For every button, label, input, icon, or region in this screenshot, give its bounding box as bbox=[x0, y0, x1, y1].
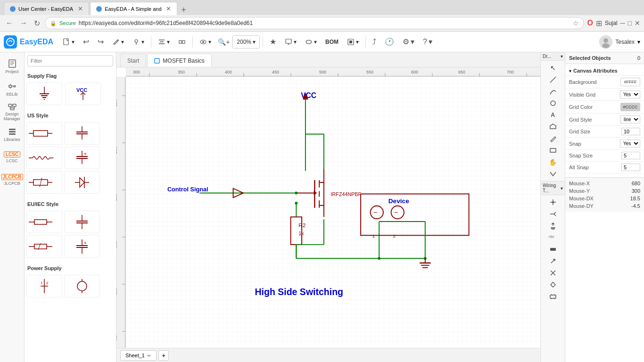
canvas-content[interactable]: VCC bbox=[126, 77, 540, 348]
zoom-level-button[interactable]: 200% ▾ bbox=[232, 35, 260, 49]
share-button[interactable]: ⤴ bbox=[369, 34, 380, 49]
snap-size-input[interactable] bbox=[621, 152, 640, 159]
rt-polygon-btn[interactable] bbox=[548, 122, 558, 132]
new-tab-button[interactable]: + bbox=[178, 5, 189, 15]
rt-curve-btn[interactable] bbox=[548, 86, 558, 97]
grid-color-swatch[interactable]: #CCCC bbox=[620, 103, 640, 111]
place-button[interactable]: ▾ bbox=[129, 34, 148, 49]
zoom-in-button[interactable]: 🔍+ bbox=[216, 34, 231, 49]
rt-delete-btn[interactable] bbox=[548, 268, 558, 278]
eu-resistor2[interactable] bbox=[26, 235, 62, 258]
bom-button[interactable]: BOM bbox=[322, 34, 342, 49]
close-button[interactable]: ✕ bbox=[635, 19, 640, 27]
tab2-close[interactable]: ✕ bbox=[166, 5, 171, 12]
rt-block-btn[interactable] bbox=[548, 291, 558, 302]
minimize-button[interactable]: ─ bbox=[620, 19, 625, 27]
sheet-tab-1[interactable]: Sheet_1 bbox=[120, 350, 157, 361]
user-area[interactable]: Tesalex ▾ bbox=[599, 35, 640, 49]
rt-junction-btn[interactable] bbox=[548, 197, 558, 207]
tab1-close[interactable]: ✕ bbox=[78, 5, 83, 12]
sidebar-item-project[interactable]: Project bbox=[2, 56, 23, 77]
chevron-zoom: ▾ bbox=[253, 39, 256, 45]
tab-start[interactable]: Start bbox=[120, 54, 146, 67]
us-var-resistor[interactable] bbox=[26, 171, 62, 194]
sidebar-item-libraries[interactable]: Libraries bbox=[2, 124, 23, 145]
ground-symbol[interactable] bbox=[26, 82, 62, 105]
grid-size-input[interactable] bbox=[621, 128, 640, 135]
align-button[interactable]: ▾ bbox=[154, 34, 173, 49]
toolbar-more[interactable]: ▾ bbox=[561, 54, 563, 59]
back-button[interactable]: ← bbox=[4, 19, 15, 27]
canvas-attributes-title: Canvas Attributes bbox=[573, 68, 618, 74]
rt-power-btn[interactable] bbox=[548, 221, 558, 231]
distribute-button[interactable] bbox=[174, 34, 190, 49]
eu-resistor[interactable] bbox=[26, 211, 62, 233]
vcc-symbol[interactable]: VCC bbox=[65, 82, 101, 105]
view-button[interactable]: ▾ bbox=[196, 34, 215, 49]
eu-cap2[interactable]: + bbox=[64, 235, 100, 258]
extensions-icon[interactable]: ⊞ bbox=[596, 19, 602, 28]
export-button[interactable]: ▾ bbox=[343, 34, 363, 49]
forward-button[interactable]: → bbox=[18, 19, 29, 27]
svg-rect-36 bbox=[155, 58, 159, 63]
reload-button[interactable]: ↻ bbox=[32, 19, 42, 28]
tab-mosfet[interactable]: MOSFET Basics bbox=[147, 54, 211, 67]
snap-select[interactable]: Yes No bbox=[620, 140, 640, 148]
grid-style-select[interactable]: line dot bbox=[620, 115, 640, 123]
opera-icon: O bbox=[587, 19, 593, 27]
rt-pan-btn[interactable]: ✋ bbox=[548, 157, 558, 167]
filter-input[interactable] bbox=[27, 55, 113, 66]
user-profile[interactable]: Sujal bbox=[605, 20, 618, 26]
sidebar-item-jlcpcb[interactable]: JLCPCB JLCPCB bbox=[2, 169, 23, 190]
rt-probe-btn[interactable] bbox=[548, 280, 558, 290]
file-button[interactable]: ▾ bbox=[59, 34, 78, 49]
jlcpcb-badge: JLCPCB bbox=[1, 174, 23, 180]
component-button[interactable]: ▾ bbox=[301, 34, 321, 49]
draw-button[interactable]: ▾ bbox=[108, 34, 128, 49]
bookmark-icon[interactable]: ☆ bbox=[573, 19, 579, 27]
rt-bus-entry-btn[interactable] bbox=[548, 256, 558, 266]
history-button[interactable]: 🕐 bbox=[381, 34, 398, 49]
star-button[interactable]: ★ bbox=[266, 34, 280, 49]
add-sheet-button[interactable]: + bbox=[158, 350, 169, 361]
alt-snap-input[interactable] bbox=[621, 164, 640, 171]
us-polar-cap[interactable]: + bbox=[64, 147, 100, 169]
maximize-button[interactable]: □ bbox=[628, 19, 632, 27]
us-capacitor[interactable] bbox=[64, 122, 100, 145]
display-button[interactable]: ▾ bbox=[281, 34, 300, 49]
power-item1[interactable]: 1 2 bbox=[26, 275, 62, 297]
rt-pen-btn[interactable] bbox=[548, 133, 558, 144]
us-resistor[interactable] bbox=[26, 122, 62, 145]
rt-select-btn[interactable]: ↖ bbox=[548, 63, 558, 73]
rt-vcc-btn[interactable]: +5V bbox=[548, 232, 558, 243]
help-button[interactable]: ?▾ bbox=[419, 34, 436, 49]
sidebar-item-lcsc[interactable]: LCSC LCSC bbox=[2, 147, 23, 167]
us-zener[interactable] bbox=[64, 171, 100, 194]
eu-capacitor[interactable] bbox=[64, 211, 100, 233]
rt-more-btn[interactable] bbox=[548, 169, 558, 179]
background-color-swatch[interactable]: #FFFF bbox=[620, 78, 640, 86]
rt-rect-btn[interactable] bbox=[548, 145, 558, 156]
canvas-workspace[interactable]: 300 350 400 450 500 550 600 bbox=[116, 67, 540, 348]
address-text: https://easyeda.com/editor#id=96fc21d5ee… bbox=[79, 20, 570, 26]
settings-button[interactable]: ⚙▾ bbox=[399, 34, 418, 49]
rt-bus-btn[interactable] bbox=[548, 244, 558, 255]
browser-tab-1[interactable]: User Center - EasyEDA ✕ bbox=[4, 2, 89, 15]
tab-mosfet-label: MOSFET Basics bbox=[163, 58, 204, 64]
power-item2[interactable] bbox=[64, 275, 100, 297]
us-inductor[interactable] bbox=[26, 147, 62, 169]
rt-netlabel-btn[interactable] bbox=[548, 209, 558, 219]
sep2 bbox=[192, 36, 193, 48]
rt-text-btn[interactable]: A bbox=[548, 110, 558, 120]
rt-wire-btn[interactable] bbox=[548, 74, 558, 85]
visible-grid-select[interactable]: Yes No bbox=[620, 90, 640, 99]
schematic-svg: VCC bbox=[126, 77, 540, 348]
browser-tab-2[interactable]: EasyEDA - A Simple and ✕ bbox=[90, 2, 177, 15]
undo-button[interactable]: ↩ bbox=[79, 34, 93, 49]
sidebar-item-design-manager[interactable]: Design Manager bbox=[2, 101, 23, 122]
collapse-icon[interactable]: ▾ bbox=[569, 68, 571, 74]
rt-circle-btn[interactable] bbox=[548, 98, 558, 108]
redo-button[interactable]: ↪ bbox=[94, 34, 107, 49]
sidebar-item-eelib[interactable]: EELib bbox=[2, 79, 23, 99]
wiring-more[interactable]: ▾ bbox=[561, 186, 563, 191]
